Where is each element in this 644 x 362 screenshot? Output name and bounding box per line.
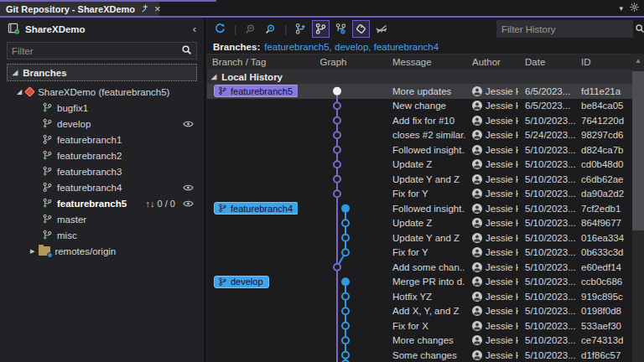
settings-gear-icon[interactable] [630,3,639,13]
commit-id: 864f9677 [577,218,631,228]
branch-pill[interactable]: featurebranch4 [214,202,298,215]
commit-row[interactable]: featurebranch4Followed insight...Jessie … [207,201,644,216]
vertical-scrollbar[interactable]: ▲ [632,54,644,362]
commit-id: fd11e21a [577,86,631,96]
filter-history-input[interactable] [501,24,631,34]
branch-icon [42,198,53,209]
commit-message: Hotfix YZ [369,292,465,302]
tree-item-bugfix1[interactable]: bugfix1 [0,100,204,116]
branches-label: Branches: [213,42,260,52]
commit-author: Jessie H [486,277,518,287]
history-panel: | | [207,18,644,362]
commit-row[interactable]: Update ZJessie H5/10/2023...864f9677 [207,216,644,231]
tree-item-master[interactable]: master [0,211,204,227]
column-header-message[interactable]: Message [369,57,465,67]
branch-filter-link[interactable]: develop, [335,42,374,52]
tree-item-featurebranch1[interactable]: featurebranch1 [0,132,204,147]
commit-row[interactable]: developMerge PR into d...Jessie H5/10/20… [207,275,644,290]
tree-item-develop[interactable]: develop [0,116,204,132]
eye-icon[interactable] [183,184,194,192]
git-repository-window: Git Repository - ShareXDemo × ▾ ShareXDe… [0,0,644,362]
branch-filter-box[interactable] [7,42,197,59]
local-history-section-header[interactable]: ◢ Local History [207,70,644,84]
branch-filter-input[interactable] [12,46,181,56]
search-icon[interactable] [635,23,644,35]
scrollbar-thumb[interactable] [632,71,644,230]
column-header-author[interactable]: Author [465,57,518,67]
commit-row[interactable]: Hotfix YZJessie H5/10/2023...919c895c [207,289,644,304]
commit-row[interactable]: closes #2 similar...Jessie H5/24/2023...… [207,128,644,143]
commit-id: da90a2d2 [577,189,631,199]
tree-item-repo-root[interactable]: ◢ ShareXDemo (featurebranch5) [0,84,204,100]
branch-filter-links: featurebranch5, develop, featurebranch4 [264,42,439,52]
commit-author: Jessie H [486,350,518,360]
commit-row[interactable]: Add some chan...Jessie H5/10/2023...e60e… [207,260,644,275]
column-header-graph[interactable]: Graph [298,57,369,67]
commit-row[interactable]: New changeJessie H6/5/2023...be84ca05 [207,99,644,114]
branch-pill[interactable]: develop [214,276,269,288]
tree-item-remotes-origin[interactable]: ▶ remotes/origin [0,243,204,259]
eye-icon[interactable] [183,120,194,128]
commit-message: Update Y and Z [369,233,465,243]
branch-filter-summary: Branches: featurebranch5, develop, featu… [207,40,644,54]
avatar [472,189,482,199]
refresh-icon[interactable] [211,20,229,38]
branch-filter-link[interactable]: featurebranch4 [374,42,439,52]
tree-item-featurebranch5[interactable]: featurebranch5↑↓ 0 / 0 [0,195,204,211]
show-branches-toggle[interactable] [312,20,330,38]
commit-row[interactable]: Fix for XJessie H5/10/2023...533aef30 [207,318,644,334]
commit-row[interactable]: featurebranch5More updatesJessie H6/5/20… [207,84,644,99]
branch-filter-link[interactable]: featurebranch5, [264,42,335,52]
tree-item-misc[interactable]: misc [0,227,204,243]
tab-git-repository[interactable]: Git Repository - ShareXDemo × [0,2,159,16]
avatar [472,306,482,316]
caret-down-icon[interactable]: ▾ [619,4,623,13]
commit-row[interactable]: Update Y and ZJessie H5/10/2023...016ea3… [207,230,644,246]
commit-row[interactable]: Followed insight...Jessie H5/10/2023...d… [207,142,644,158]
show-tags-toggle[interactable] [352,20,370,38]
pin-icon[interactable] [140,3,149,14]
commit-author: Jessie H [486,233,518,243]
show-remote-branches-toggle[interactable] [332,20,350,38]
expander-icon[interactable]: ◢ [17,89,22,96]
close-icon[interactable]: × [154,3,161,14]
commit-row[interactable]: Update Y and ZJessie H5/10/2023...c6db62… [207,172,644,187]
search-icon[interactable] [181,44,192,57]
commit-message: Update Y and Z [369,174,465,184]
commit-author: Jessie H [486,145,518,155]
avatar [472,116,482,126]
commit-row[interactable]: Update ZJessie H5/10/2023...cd0b48d0 [207,158,644,173]
filter-history-box[interactable]: ▾ [496,20,633,38]
column-header-date[interactable]: Date [518,57,577,67]
commit-id: 016ea334 [577,233,631,243]
commit-row[interactable]: More changesJessie H5/10/2023...ce74313d [207,334,644,349]
column-header-id[interactable]: ID [577,57,631,67]
eye-icon[interactable] [183,199,194,208]
commit-row[interactable]: Some changesJessie H5/10/2023...d1f86c57 [207,348,644,362]
scroll-up-icon[interactable]: ▲ [635,54,641,68]
search-outgoing-icon[interactable] [242,20,259,38]
avatar [472,101,482,111]
tree-item-featurebranch2[interactable]: featurebranch2 [0,147,204,163]
commit-row[interactable]: Add X, Y, and ZJessie H5/10/2023...0198f… [207,304,644,319]
commit-date: 5/10/2023... [518,145,577,155]
commit-row[interactable]: Fix for YJessie H5/10/2023...0b633c3d [207,246,644,261]
branch-icon [218,204,227,213]
tree-item-featurebranch4[interactable]: featurebranch4 [0,179,204,195]
search-commit-icon[interactable] [262,20,279,38]
column-header-branch-tag[interactable]: Branch / Tag [207,57,298,67]
commit-row[interactable]: Add fix for #10Jessie H5/10/2023...76412… [207,113,644,128]
branches-section-header[interactable]: ◢ Branches [7,64,197,81]
commit-row[interactable]: Fix for YJessie H5/10/2023...da90a2d2 [207,187,644,202]
commit-id: 533aef30 [577,321,631,331]
tree-item-featurebranch3[interactable]: featurebranch3 [0,163,204,179]
commit-id: 919c895c [577,292,631,302]
avatar [472,218,482,228]
avatar [472,350,482,360]
branch-pill[interactable]: featurebranch5 [214,85,298,97]
eye-closed-icon[interactable] [372,20,390,38]
collapse-panel-chevron-icon[interactable]: ‹ [193,23,196,35]
commit-author: Jessie H [486,262,518,272]
expander-collapsed-icon[interactable]: ▶ [30,248,34,254]
branch-graph-icon[interactable] [292,20,309,38]
